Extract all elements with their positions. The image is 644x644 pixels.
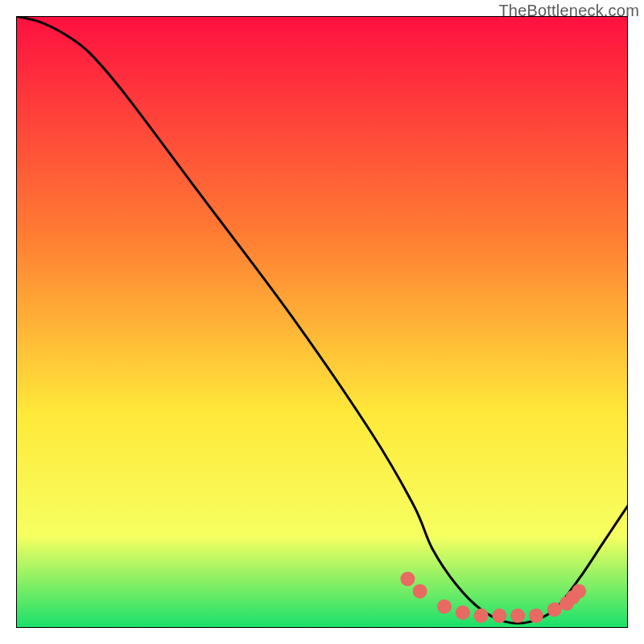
highlight-dot bbox=[529, 609, 543, 623]
highlight-dot bbox=[413, 584, 427, 598]
highlight-dot bbox=[492, 609, 506, 623]
highlight-dot bbox=[456, 605, 470, 620]
highlight-dot bbox=[572, 584, 586, 598]
highlight-dot bbox=[437, 599, 452, 613]
highlight-dot bbox=[400, 572, 415, 586]
watermark-text: TheBottleneck.com bbox=[498, 2, 639, 20]
chart-svg bbox=[16, 16, 628, 628]
plot-area bbox=[16, 16, 628, 628]
highlight-dot bbox=[474, 609, 489, 623]
gradient-background bbox=[16, 16, 628, 628]
highlight-dot bbox=[510, 609, 525, 623]
chart-container: TheBottleneck.com bbox=[0, 0, 644, 644]
